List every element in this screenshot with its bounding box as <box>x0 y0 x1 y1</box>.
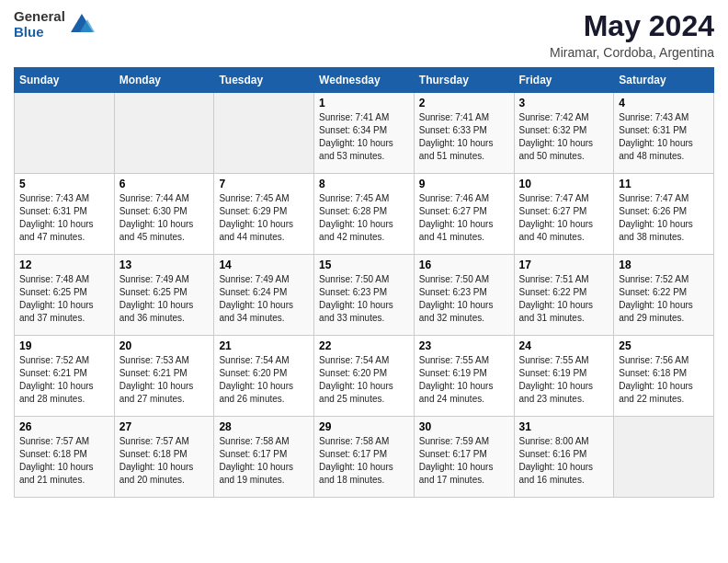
day-header-wednesday: Wednesday <box>314 68 415 93</box>
calendar-week-row: 1Sunrise: 7:41 AM Sunset: 6:34 PM Daylig… <box>15 93 714 174</box>
title-block: May 2024 Miramar, Cordoba, Argentina <box>550 9 714 60</box>
day-info: Sunrise: 7:42 AM Sunset: 6:32 PM Dayligh… <box>519 111 609 163</box>
calendar-cell: 4Sunrise: 7:43 AM Sunset: 6:31 PM Daylig… <box>614 93 714 174</box>
calendar-cell: 16Sunrise: 7:50 AM Sunset: 6:23 PM Dayli… <box>414 255 514 336</box>
calendar-cell: 2Sunrise: 7:41 AM Sunset: 6:33 PM Daylig… <box>414 93 514 174</box>
day-info: Sunrise: 7:49 AM Sunset: 6:24 PM Dayligh… <box>219 273 309 325</box>
calendar-cell: 30Sunrise: 7:59 AM Sunset: 6:17 PM Dayli… <box>414 417 514 498</box>
calendar-cell: 25Sunrise: 7:56 AM Sunset: 6:18 PM Dayli… <box>614 336 714 417</box>
logo-blue-text: Blue <box>14 25 65 40</box>
calendar-cell <box>114 93 214 174</box>
day-number: 29 <box>319 420 409 433</box>
day-number: 15 <box>319 259 409 271</box>
day-info: Sunrise: 7:43 AM Sunset: 6:31 PM Dayligh… <box>619 111 709 163</box>
logo-icon <box>69 12 95 38</box>
calendar-cell: 21Sunrise: 7:54 AM Sunset: 6:20 PM Dayli… <box>214 336 314 417</box>
day-number: 12 <box>19 259 109 271</box>
day-header-sunday: Sunday <box>15 68 115 93</box>
day-number: 30 <box>419 420 509 433</box>
calendar-cell <box>15 93 115 174</box>
day-number: 28 <box>219 420 309 433</box>
day-info: Sunrise: 7:41 AM Sunset: 6:33 PM Dayligh… <box>419 111 509 163</box>
day-number: 10 <box>519 178 609 190</box>
calendar-cell: 26Sunrise: 7:57 AM Sunset: 6:18 PM Dayli… <box>15 417 115 498</box>
calendar-cell: 5Sunrise: 7:43 AM Sunset: 6:31 PM Daylig… <box>15 174 115 255</box>
day-info: Sunrise: 7:56 AM Sunset: 6:18 PM Dayligh… <box>619 354 709 406</box>
day-header-monday: Monday <box>114 68 214 93</box>
day-number: 20 <box>119 339 210 352</box>
calendar-cell: 15Sunrise: 7:50 AM Sunset: 6:23 PM Dayli… <box>314 255 415 336</box>
day-info: Sunrise: 7:44 AM Sunset: 6:30 PM Dayligh… <box>119 192 210 244</box>
day-info: Sunrise: 7:52 AM Sunset: 6:21 PM Dayligh… <box>19 354 109 406</box>
calendar-table: SundayMondayTuesdayWednesdayThursdayFrid… <box>14 67 714 498</box>
calendar-cell: 27Sunrise: 7:57 AM Sunset: 6:18 PM Dayli… <box>114 417 214 498</box>
day-info: Sunrise: 7:43 AM Sunset: 6:31 PM Dayligh… <box>19 192 109 244</box>
day-number: 8 <box>319 178 409 190</box>
day-number: 2 <box>419 97 509 109</box>
day-info: Sunrise: 7:55 AM Sunset: 6:19 PM Dayligh… <box>419 354 509 406</box>
day-number: 24 <box>519 339 609 352</box>
day-number: 13 <box>119 259 210 271</box>
day-number: 25 <box>619 339 709 352</box>
calendar-cell: 31Sunrise: 8:00 AM Sunset: 6:16 PM Dayli… <box>514 417 614 498</box>
calendar-cell: 20Sunrise: 7:53 AM Sunset: 6:21 PM Dayli… <box>114 336 214 417</box>
day-info: Sunrise: 7:45 AM Sunset: 6:28 PM Dayligh… <box>319 192 409 244</box>
day-info: Sunrise: 7:50 AM Sunset: 6:23 PM Dayligh… <box>319 273 409 325</box>
calendar-cell: 6Sunrise: 7:44 AM Sunset: 6:30 PM Daylig… <box>114 174 214 255</box>
day-header-tuesday: Tuesday <box>214 68 314 93</box>
calendar-week-row: 26Sunrise: 7:57 AM Sunset: 6:18 PM Dayli… <box>15 417 714 498</box>
day-number: 11 <box>619 178 709 190</box>
day-header-saturday: Saturday <box>614 68 714 93</box>
day-number: 3 <box>519 97 609 109</box>
day-number: 23 <box>419 339 509 352</box>
day-number: 9 <box>419 178 509 190</box>
day-number: 21 <box>219 339 309 352</box>
day-number: 26 <box>19 420 109 433</box>
calendar-header-row: SundayMondayTuesdayWednesdayThursdayFrid… <box>15 68 714 93</box>
calendar-cell: 22Sunrise: 7:54 AM Sunset: 6:20 PM Dayli… <box>314 336 415 417</box>
day-info: Sunrise: 7:53 AM Sunset: 6:21 PM Dayligh… <box>119 354 210 406</box>
calendar-cell: 11Sunrise: 7:47 AM Sunset: 6:26 PM Dayli… <box>614 174 714 255</box>
calendar-cell: 18Sunrise: 7:52 AM Sunset: 6:22 PM Dayli… <box>614 255 714 336</box>
calendar-week-row: 12Sunrise: 7:48 AM Sunset: 6:25 PM Dayli… <box>15 255 714 336</box>
calendar-cell: 29Sunrise: 7:58 AM Sunset: 6:17 PM Dayli… <box>314 417 415 498</box>
calendar-cell: 23Sunrise: 7:55 AM Sunset: 6:19 PM Dayli… <box>414 336 514 417</box>
calendar-cell: 9Sunrise: 7:46 AM Sunset: 6:27 PM Daylig… <box>414 174 514 255</box>
page-header: General Blue May 2024 Miramar, Cordoba, … <box>14 9 714 60</box>
day-number: 6 <box>119 178 210 190</box>
day-info: Sunrise: 7:46 AM Sunset: 6:27 PM Dayligh… <box>419 192 509 244</box>
day-header-thursday: Thursday <box>414 68 514 93</box>
day-info: Sunrise: 7:54 AM Sunset: 6:20 PM Dayligh… <box>319 354 409 406</box>
day-info: Sunrise: 7:55 AM Sunset: 6:19 PM Dayligh… <box>519 354 609 406</box>
day-info: Sunrise: 7:54 AM Sunset: 6:20 PM Dayligh… <box>219 354 309 406</box>
main-title: May 2024 <box>550 9 714 43</box>
calendar-cell: 3Sunrise: 7:42 AM Sunset: 6:32 PM Daylig… <box>514 93 614 174</box>
day-info: Sunrise: 7:58 AM Sunset: 6:17 PM Dayligh… <box>319 435 409 487</box>
day-number: 18 <box>619 259 709 271</box>
day-header-friday: Friday <box>514 68 614 93</box>
calendar-cell <box>614 417 714 498</box>
logo: General Blue <box>14 9 95 40</box>
subtitle: Miramar, Cordoba, Argentina <box>550 45 714 60</box>
day-info: Sunrise: 7:48 AM Sunset: 6:25 PM Dayligh… <box>19 273 109 325</box>
day-number: 22 <box>319 339 409 352</box>
day-info: Sunrise: 7:52 AM Sunset: 6:22 PM Dayligh… <box>619 273 709 325</box>
day-number: 19 <box>19 339 109 352</box>
day-number: 7 <box>219 178 309 190</box>
day-info: Sunrise: 7:47 AM Sunset: 6:26 PM Dayligh… <box>619 192 709 244</box>
calendar-cell: 13Sunrise: 7:49 AM Sunset: 6:25 PM Dayli… <box>114 255 214 336</box>
day-number: 1 <box>319 97 409 109</box>
day-info: Sunrise: 7:59 AM Sunset: 6:17 PM Dayligh… <box>419 435 509 487</box>
calendar-cell: 19Sunrise: 7:52 AM Sunset: 6:21 PM Dayli… <box>15 336 115 417</box>
calendar-cell: 1Sunrise: 7:41 AM Sunset: 6:34 PM Daylig… <box>314 93 415 174</box>
calendar-cell: 7Sunrise: 7:45 AM Sunset: 6:29 PM Daylig… <box>214 174 314 255</box>
calendar-cell: 12Sunrise: 7:48 AM Sunset: 6:25 PM Dayli… <box>15 255 115 336</box>
day-info: Sunrise: 7:57 AM Sunset: 6:18 PM Dayligh… <box>119 435 210 487</box>
day-number: 4 <box>619 97 709 109</box>
day-number: 27 <box>119 420 210 433</box>
day-info: Sunrise: 7:57 AM Sunset: 6:18 PM Dayligh… <box>19 435 109 487</box>
day-number: 17 <box>519 259 609 271</box>
calendar-cell: 14Sunrise: 7:49 AM Sunset: 6:24 PM Dayli… <box>214 255 314 336</box>
calendar-week-row: 5Sunrise: 7:43 AM Sunset: 6:31 PM Daylig… <box>15 174 714 255</box>
day-info: Sunrise: 7:41 AM Sunset: 6:34 PM Dayligh… <box>319 111 409 163</box>
